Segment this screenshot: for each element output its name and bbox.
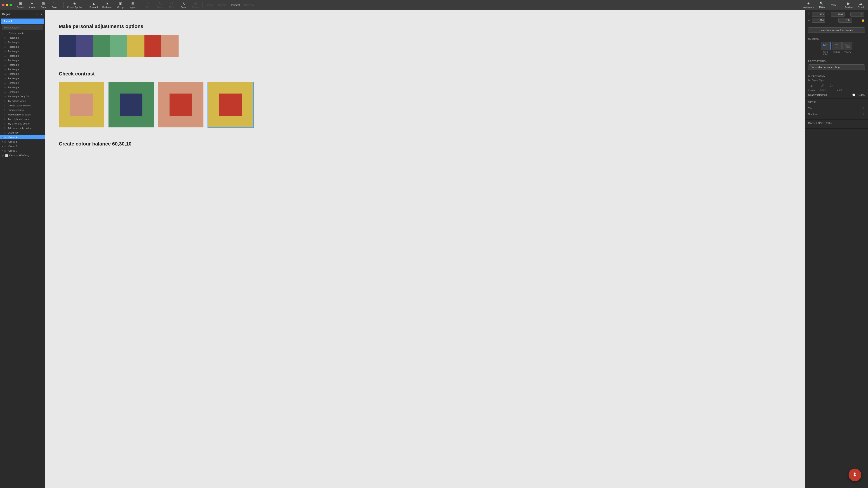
layer-text-create-colour[interactable]: T Create colour balanc bbox=[0, 103, 45, 108]
layer-name: Rectangle bbox=[8, 77, 19, 80]
layer-group-6[interactable]: ▶ □ Group 6 bbox=[0, 144, 45, 149]
fix-size-button[interactable] bbox=[832, 42, 842, 50]
x-field: X bbox=[808, 12, 826, 17]
add-page-button[interactable]: ＋ bbox=[35, 12, 39, 17]
floating-badge[interactable] bbox=[848, 468, 861, 481]
rect-icon: ▭ bbox=[4, 59, 7, 62]
toolbar-sep-3 bbox=[141, 2, 141, 8]
layer-name: Rectangle bbox=[8, 72, 19, 75]
rect-icon: ▭ bbox=[4, 73, 7, 75]
layer-colour-palette[interactable]: ▼ □ Colour palette bbox=[0, 31, 45, 35]
preview-button[interactable]: ▶ Preview bbox=[843, 0, 855, 9]
layer-rectangle-9[interactable]: ▭ Rectangle bbox=[0, 72, 45, 76]
create-style-button[interactable]: ＋ Create bbox=[808, 84, 815, 92]
layer-rectangle-5[interactable]: ▭ Rectangle bbox=[0, 54, 45, 58]
union-button[interactable]: Union bbox=[205, 3, 215, 7]
layer-rectangle-3[interactable]: ▭ Rectangle bbox=[0, 44, 45, 49]
layer-rectangle-12[interactable]: ▭ Rectangle bbox=[0, 85, 45, 90]
h-input[interactable] bbox=[838, 18, 852, 23]
make-exportable-label: MAKE EXPORTABLE bbox=[808, 122, 865, 124]
difference-button[interactable]: Difference bbox=[243, 3, 256, 7]
mask-button[interactable]: ⬡ Mask bbox=[166, 0, 177, 9]
zoom-button[interactable]: 🔍 100% bbox=[816, 0, 827, 9]
expand-icon: ▶ bbox=[2, 150, 3, 152]
layer-group-5[interactable]: ▶ □ Group 5 bbox=[0, 139, 45, 144]
contrast-card-2[interactable] bbox=[108, 82, 154, 127]
x-input[interactable] bbox=[812, 12, 825, 17]
forward-button[interactable]: ▲ Forward bbox=[88, 1, 100, 9]
cloud-button[interactable]: ☁ Cloud bbox=[855, 0, 866, 9]
rotate-button[interactable]: ↻ Rotate bbox=[155, 0, 165, 9]
ungroup-button[interactable]: ⊞ Ungroup bbox=[127, 0, 139, 9]
search-layers-input[interactable] bbox=[2, 25, 43, 30]
fix-position-button[interactable]: Fix position when scrolling bbox=[808, 64, 865, 70]
y-input[interactable] bbox=[831, 12, 845, 17]
intersect-button[interactable]: Intersect bbox=[229, 3, 241, 7]
layer-name: Try a light and dark bbox=[8, 118, 29, 121]
opacity-slider[interactable] bbox=[829, 95, 855, 95]
layer-rectangle-8[interactable]: ▭ Rectangle bbox=[0, 67, 45, 72]
select-content-button[interactable]: Select group's content on click bbox=[808, 27, 865, 33]
y-label: Y bbox=[828, 13, 830, 16]
subtract-button[interactable]: Subtract bbox=[216, 3, 228, 7]
more-style-button[interactable]: ⋯ More bbox=[837, 84, 842, 92]
layer-text-check-contrast[interactable]: T Check contrast bbox=[0, 108, 45, 112]
data-button[interactable]: ⊟ Data bbox=[38, 0, 49, 10]
pin-to-edge-label: Pin to Edge bbox=[821, 51, 831, 55]
layer-rectangle-10[interactable]: ▭ Rectangle bbox=[0, 76, 45, 80]
create-symbol-button[interactable]: ◈ Create Symbol bbox=[65, 0, 84, 9]
layer-rectangle-13[interactable]: ▭ Rectangle bbox=[0, 90, 45, 94]
update-style-button[interactable]: ↺ Update bbox=[818, 84, 826, 92]
layer-text-try-adding[interactable]: T Try adding white bbox=[0, 99, 45, 103]
layer-text-try-light[interactable]: T Try a light and dark bbox=[0, 117, 45, 121]
layer-desktop-hd-copy[interactable]: ◉ ⬜ Desktop HD Copy bbox=[0, 153, 45, 158]
resizing-labels-row: Pin to Edge Fix Size Preview bbox=[821, 51, 852, 55]
backward-button[interactable]: ▼ Backward bbox=[101, 1, 114, 9]
tools-button[interactable]: ⛏ Tools bbox=[49, 0, 60, 10]
edit-button[interactable]: ✎ Edit bbox=[143, 0, 154, 9]
pages-menu-button[interactable]: ▾ bbox=[40, 12, 43, 17]
layer-text-make-personal[interactable]: T Make personal adjust bbox=[0, 112, 45, 117]
style-settings-button[interactable]: ⚙ · bbox=[829, 84, 833, 92]
rect-icon: ▭ bbox=[4, 77, 7, 80]
assistants-button[interactable]: ✦ Assistants bbox=[802, 0, 815, 9]
contrast-card-3[interactable] bbox=[158, 82, 204, 127]
scale-button[interactable]: ⤡ Scale bbox=[178, 0, 189, 9]
insert-button[interactable]: ＋ Insert bbox=[27, 0, 37, 10]
preview-resize-button[interactable] bbox=[842, 42, 852, 50]
layer-group-4[interactable]: ▶ □ Group 4 bbox=[0, 135, 45, 139]
more-icon: ⋯ bbox=[837, 84, 841, 88]
layer-rectangle-11[interactable]: ▭ Rectangle bbox=[0, 80, 45, 85]
layer-rectangle-7[interactable]: ▭ Rectangle bbox=[0, 63, 45, 67]
left-panel: Pages ＋ ▾ Page 1 ▼ □ Colour palette ▭ Re… bbox=[0, 10, 45, 488]
layer-text-add-tints[interactable]: T Add some tints and s bbox=[0, 126, 45, 130]
canvas-button[interactable]: ⊞ Canvas bbox=[15, 0, 26, 10]
layer-rectangle-6[interactable]: ▭ Rectangle bbox=[0, 58, 45, 63]
group-button[interactable]: ▣ Group bbox=[115, 0, 126, 9]
pin-to-edge-button[interactable] bbox=[821, 42, 831, 50]
pin-to-edge-svg bbox=[823, 43, 829, 48]
layer-rectangle-copy-74[interactable]: ▭ Rectangle Copy 74 bbox=[0, 94, 45, 99]
rotation-input[interactable] bbox=[850, 12, 864, 17]
contrast-card-4[interactable] bbox=[208, 82, 253, 127]
page-1-item[interactable]: Page 1 bbox=[1, 19, 44, 24]
contrast-card-1[interactable] bbox=[59, 82, 104, 127]
resizing-icons-row bbox=[821, 42, 852, 50]
rotate-icon: ↻ bbox=[159, 1, 162, 6]
view-button[interactable]: View bbox=[828, 3, 839, 7]
layer-text-try-hot[interactable]: T Try a hot and cold o bbox=[0, 121, 45, 126]
lock-proportions-icon[interactable]: 🔒 bbox=[862, 19, 865, 22]
layer-rectangle-2[interactable]: ▭ Rectangle bbox=[0, 40, 45, 44]
layer-rectangle-1[interactable]: ▭ Rectangle bbox=[0, 35, 45, 40]
w-input[interactable] bbox=[812, 18, 825, 23]
add-shadow-button[interactable]: ＋ bbox=[862, 112, 865, 116]
color-palette-row bbox=[59, 35, 179, 57]
layer-rectangle-4[interactable]: ▭ Rectangle bbox=[0, 49, 45, 54]
layer-text-quadratic[interactable]: T Quadratic bbox=[0, 130, 45, 135]
add-tint-button[interactable]: ＋ bbox=[862, 106, 865, 110]
flatten-button[interactable]: ⊜ Flatten bbox=[190, 0, 201, 9]
style-section: STYLE Tint ＋ Shadows ＋ bbox=[805, 99, 868, 120]
layer-group-7[interactable]: ▶ □ Group 7 bbox=[0, 149, 45, 153]
canvas-area[interactable]: Make personal adjustments options Check … bbox=[45, 10, 805, 488]
expand-icon: ▶ bbox=[2, 145, 3, 147]
